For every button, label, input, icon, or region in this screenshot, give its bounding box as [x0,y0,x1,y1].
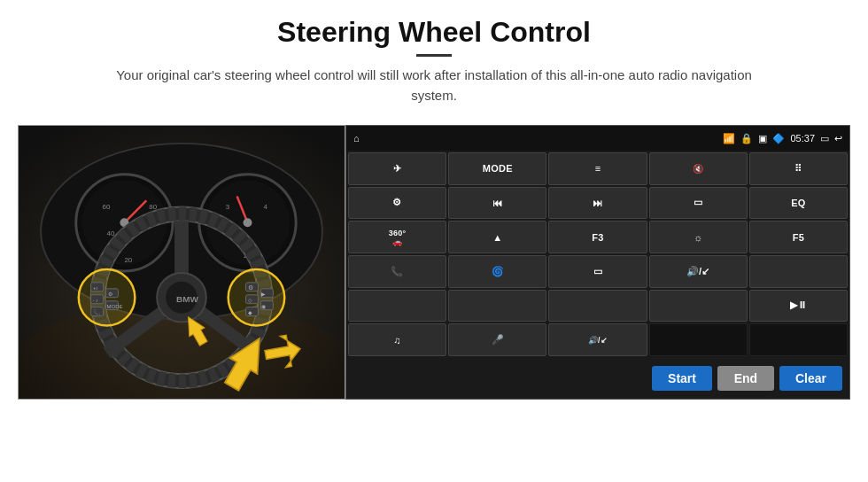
btn-next[interactable]: ⏭ [548,187,647,220]
svg-point-19 [244,218,252,227]
btn-f3[interactable] [448,290,546,323]
page-container: Steering Wheel Control Your original car… [0,0,868,482]
btn-list[interactable]: ≡ [548,152,647,185]
btn-phone[interactable]: 📞 [348,255,446,288]
btn-f2[interactable] [348,290,446,323]
back-icon: ↩ [834,133,842,144]
svg-text:⚙: ⚙ [248,284,253,291]
svg-text:◆: ◆ [248,310,252,315]
btn-empty-1 [649,323,748,356]
btn-playpause[interactable]: ▶⏸ [749,290,848,323]
svg-text:MODE: MODE [107,304,123,309]
title-divider [416,54,452,57]
btn-f1[interactable] [749,255,848,288]
android-panel: ⌂ 📶 🔒 ▣ 🔷 05:37 ▭ ↩ ✈ MODE ≡ 🔇 [345,125,850,400]
btn-brightness[interactable]: ☼ [649,221,748,253]
svg-text:♪: ♪ [96,285,98,291]
lock-icon: 🔒 [740,133,753,144]
btn-eject[interactable]: ▲ [448,221,546,253]
page-title: Steering Wheel Control [97,16,771,49]
btn-apps[interactable]: ⠿ [749,152,848,185]
svg-text:BMW: BMW [176,294,198,304]
sd-icon: ▣ [758,133,767,144]
svg-text:◇: ◇ [248,298,252,303]
start-button[interactable]: Start [652,366,712,391]
btn-radio[interactable]: F3 [548,221,647,253]
svg-text:3: 3 [226,203,230,211]
svg-text:▶: ▶ [261,292,266,297]
btn-vol-call[interactable]: 🔊/↙ [548,323,647,356]
content-row: 60 80 40 20 3 4 2 1 [18,125,850,400]
button-grid: ✈ MODE ≡ 🔇 ⠿ ⚙ ⏮ ⏭ ▭ EQ 360°🚗 ▲ F3 ☼ F5 … [346,151,849,358]
btn-nav2[interactable]: 🌀 [448,255,546,288]
btn-navigate[interactable]: ✈ [348,152,446,185]
status-left: ⌂ [353,133,360,144]
end-button[interactable]: End [717,366,774,391]
status-bar: ⌂ 📶 🔒 ▣ 🔷 05:37 ▭ ↩ [346,126,849,151]
svg-text:4: 4 [263,203,267,211]
btn-mute[interactable]: 🔇 [649,152,748,185]
btn-f4[interactable] [548,290,647,323]
btn-tv[interactable]: ▭ [649,187,748,220]
btn-f5[interactable] [649,290,748,323]
btn-mode[interactable]: MODE [448,152,546,185]
clear-button[interactable]: Clear [779,366,842,391]
bluetooth-icon: 🔷 [772,133,785,144]
btn-dvd[interactable]: F5 [749,221,848,253]
svg-text:20: 20 [124,256,132,264]
screen-icon: ▭ [820,133,829,144]
btn-window[interactable]: ▭ [548,255,647,288]
page-subtitle: Your original car's steering wheel contr… [97,66,771,105]
btn-eq[interactable]: 🔊/↙ [649,255,748,288]
btn-settings[interactable]: ⚙ [348,187,446,220]
btn-music[interactable]: ♫ [348,323,446,356]
btn-360[interactable]: 360°🚗 [348,221,446,253]
home-icon: ⌂ [353,133,360,144]
btn-empty-2 [749,323,848,356]
svg-text:⚙: ⚙ [108,292,112,297]
svg-text:📞: 📞 [93,308,101,316]
time-display: 05:37 [790,133,815,144]
svg-text:◉: ◉ [261,304,266,309]
btn-media[interactable]: EQ [749,187,848,220]
steering-wheel-image: 60 80 40 20 3 4 2 1 [18,125,345,400]
btn-mic[interactable]: 🎤 [448,323,546,356]
wifi-icon: 📶 [723,133,735,144]
btn-prev[interactable]: ⏮ [448,187,546,220]
svg-text:♪: ♪ [96,298,98,303]
svg-text:-: - [93,298,95,303]
title-section: Steering Wheel Control Your original car… [97,16,771,118]
status-right: 📶 🔒 ▣ 🔷 05:37 ▭ ↩ [723,133,842,144]
bottom-action-bar: Start End Clear [346,358,849,399]
svg-text:60: 60 [103,203,111,211]
